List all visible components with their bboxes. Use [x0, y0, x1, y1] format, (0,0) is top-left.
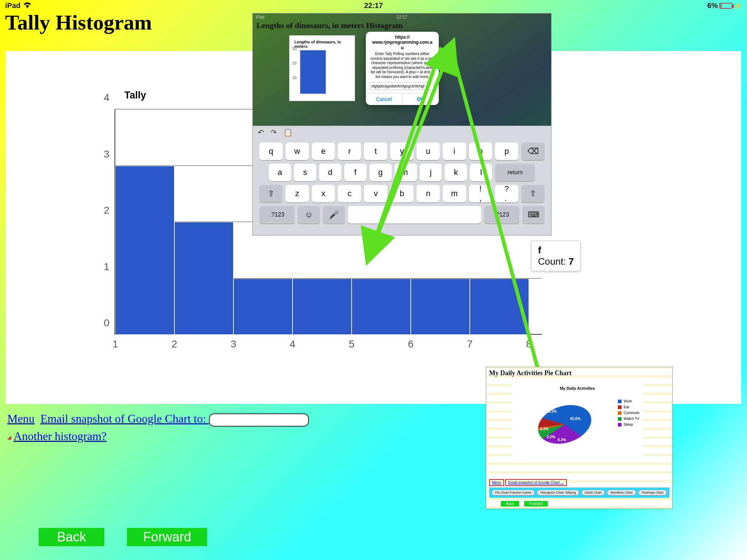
keyboard-key[interactable]: ? .	[495, 185, 518, 202]
keyboard-key[interactable]: ☺	[298, 206, 320, 223]
keyboard-key[interactable]: c	[338, 185, 361, 202]
pie-menu-link[interactable]: Menu	[489, 479, 504, 486]
wifi-icon	[23, 1, 31, 10]
keyboard-key[interactable]	[348, 206, 481, 223]
keyboard-key[interactable]: k	[445, 164, 467, 181]
keyboard-key[interactable]: q	[259, 143, 283, 160]
another-histogram-link[interactable]: Another histogram?	[13, 429, 107, 443]
histogram-bar[interactable]	[174, 222, 233, 335]
histogram-bar[interactable]	[470, 279, 529, 335]
x-tick: 7	[467, 338, 473, 350]
keyboard-key[interactable]: y	[390, 143, 414, 160]
keyboard-key[interactable]: u	[417, 143, 440, 160]
keyboard-key[interactable]: a	[269, 164, 291, 181]
keyboard-key[interactable]: .?123	[484, 206, 519, 223]
y-tick: 4	[104, 92, 109, 104]
device-label: iPad	[5, 1, 20, 10]
legend-item: Commute	[618, 410, 639, 416]
related-chart-chip[interactable]: Gantt Chart	[581, 490, 605, 495]
pie-page-title: My Daily Activities Pie Chart	[489, 369, 669, 377]
pie-pct: 8.3%	[540, 427, 549, 431]
pie-chart	[533, 398, 596, 450]
inset-piechart-screenshot: My Daily Activities Pie Chart My Daily A…	[486, 367, 673, 509]
back-button[interactable]: Back	[39, 528, 104, 546]
keyboard-key[interactable]: m	[443, 185, 466, 202]
chart-title: Tally	[124, 90, 146, 101]
tooltip-category: f	[538, 245, 574, 256]
keyboard-key[interactable]: h	[395, 164, 417, 181]
alert-ok-button[interactable]: OK	[403, 93, 439, 105]
keyboard-key[interactable]: f	[344, 164, 367, 181]
keyboard-key[interactable]: s	[294, 164, 316, 181]
keyboard-key[interactable]: z	[286, 185, 309, 202]
menu-link[interactable]: Menu	[7, 412, 35, 425]
legend-item: Eat	[618, 404, 639, 410]
pie-back-button[interactable]: Back	[501, 501, 519, 506]
keyboard-undo-row[interactable]: ↶ ↷ 📋	[258, 128, 293, 137]
histogram-bar[interactable]	[352, 279, 411, 335]
battery-icon	[719, 3, 732, 9]
alert-url: https:// www.rjmprogramming.com.a u	[366, 32, 439, 50]
mini-clock: 22:17	[396, 15, 407, 20]
keyboard-key[interactable]: b	[390, 185, 414, 202]
keyboard-key[interactable]: p	[495, 143, 518, 160]
related-chart-chip[interactable]: Treemap Chart	[638, 490, 667, 495]
keyboard-key[interactable]: ⇧	[259, 185, 283, 202]
keyboard-key[interactable]: x	[312, 185, 335, 202]
mini-chart-title: Lengths of dinosaurs, in meters	[294, 40, 355, 48]
keyboard-key[interactable]: g	[369, 164, 392, 181]
keyboard-key[interactable]: r	[338, 143, 361, 160]
alert-cancel-button[interactable]: Cancel	[366, 93, 403, 105]
keyboard-key[interactable]: ⌫	[521, 143, 545, 160]
keyboard-key[interactable]: t	[364, 143, 387, 160]
keyboard-key[interactable]: l	[470, 164, 492, 181]
histogram-bar[interactable]	[411, 279, 470, 335]
keyboard-key[interactable]: ! ,	[469, 185, 492, 202]
undo-icon[interactable]: ↶	[258, 128, 264, 137]
related-chart-chip[interactable]: Histogram Chart Tallying	[537, 490, 579, 495]
legend-item: Sleep	[618, 422, 639, 428]
tooltip-label: Count:	[538, 256, 566, 267]
keyboard-key[interactable]: w	[286, 143, 309, 160]
mini-device: iPad	[256, 15, 264, 20]
clipboard-icon[interactable]: 📋	[283, 128, 293, 137]
forward-button[interactable]: Forward	[127, 528, 207, 546]
keyboard-key[interactable]: i	[443, 143, 466, 160]
alert-input[interactable]	[369, 82, 434, 90]
pie-pct: 2.2%	[547, 435, 555, 439]
keyboard-key[interactable]: e	[312, 143, 335, 160]
mini-ytick: 20	[292, 46, 297, 51]
pie-card-title: My Daily Activities	[512, 384, 643, 393]
pie-card: My Daily Activities 42.6% 26.2% 8.3% 2.2…	[512, 384, 643, 460]
email-snapshot-link[interactable]: Email snapshot of Google Chart to:	[40, 412, 209, 425]
keyboard-key[interactable]: 🎤	[323, 206, 345, 223]
related-chart-chip[interactable]: Wordtree Chart	[607, 490, 636, 495]
keyboard-key[interactable]: d	[319, 164, 341, 181]
x-tick: 3	[231, 338, 236, 350]
redo-icon[interactable]: ↷	[271, 128, 277, 137]
keyboard-key[interactable]: .?123	[259, 206, 295, 223]
inset-mini-chart: Lengths of dinosaurs, in meters 20 15 10	[289, 35, 355, 101]
keyboard-key[interactable]: j	[420, 164, 442, 181]
x-tick: 8	[526, 338, 532, 350]
x-tick: 4	[290, 338, 295, 350]
related-chart-chip[interactable]: Pie Chart Fraction Game	[492, 490, 535, 495]
histogram-bar[interactable]	[233, 279, 293, 335]
histogram-bar[interactable]	[293, 279, 352, 335]
pie-email-link[interactable]: Email snapshot of Google Chart ...	[505, 479, 567, 486]
keyboard-key[interactable]: v	[364, 185, 387, 202]
alert-message: Enter Tally Polling numbers either comma…	[366, 50, 439, 82]
pie-forward-button[interactable]: Forward	[524, 501, 548, 506]
x-tick: 2	[171, 338, 177, 350]
email-input[interactable]	[209, 413, 309, 427]
histogram-bar[interactable]	[115, 166, 174, 335]
keyboard-key[interactable]: ⇧	[521, 185, 545, 202]
keyboard-key[interactable]: o	[469, 143, 492, 160]
keyboard-key[interactable]: n	[417, 185, 440, 202]
onscreen-keyboard[interactable]: ↶ ↷ 📋 qwertyuiop⌫ asdfghjklreturn ⇧zxcvb…	[253, 126, 551, 235]
tooltip-value: 7	[569, 256, 574, 267]
inset-ipad-screenshot: iPad 22:17 Lengths of dinosaurs, in mete…	[252, 13, 551, 236]
keyboard-key[interactable]: ⌨	[522, 206, 545, 223]
keyboard-key[interactable]: return	[495, 164, 535, 181]
pie-pct: 8.3%	[558, 438, 566, 442]
